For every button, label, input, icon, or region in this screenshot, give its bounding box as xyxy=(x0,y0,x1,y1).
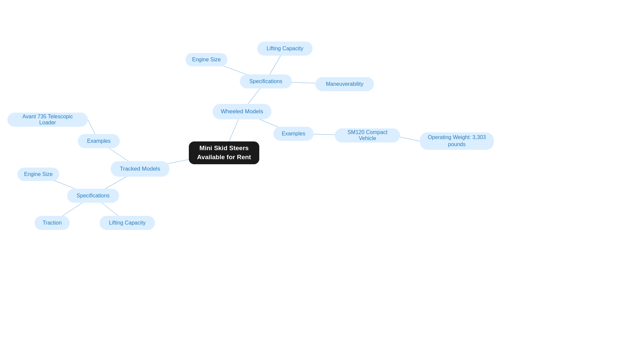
wheeled-specs-node: Specifications xyxy=(240,74,292,88)
avant-node: Avant 735 Telescopic Loader xyxy=(7,113,88,127)
svg-line-14 xyxy=(400,137,420,141)
sm120-node: SM120 Compact Vehicle xyxy=(335,128,400,142)
tracked-specs-node: Specifications xyxy=(67,189,119,203)
lifting-capacity-wheeled-node: Lifting Capacity xyxy=(257,42,313,56)
operating-weight-node: Operating Weight: 3,303 pounds xyxy=(420,132,494,150)
wheeled-examples-node: Examples xyxy=(273,127,314,141)
center-node: Mini Skid Steers Available for Rent xyxy=(189,141,259,164)
engine-size-wheeled-node: Engine Size xyxy=(185,53,227,66)
lifting-capacity-tracked-node: Lifting Capacity xyxy=(100,216,155,230)
tracked-examples-node: Examples xyxy=(78,134,120,148)
tracked-models-node: Tracked Models xyxy=(111,161,169,177)
engine-size-tracked-node: Engine Size xyxy=(17,168,59,181)
wheeled-models-node: Wheeled Models xyxy=(213,104,271,119)
traction-node: Traction xyxy=(35,216,70,230)
maneuverability-node: Maneuverability xyxy=(315,77,374,91)
